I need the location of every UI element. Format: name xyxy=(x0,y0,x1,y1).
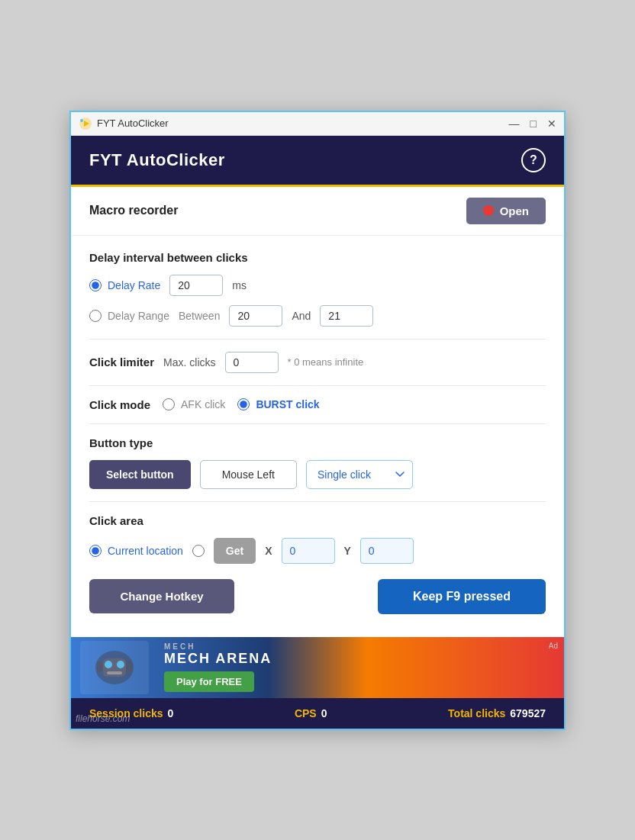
help-button[interactable]: ? xyxy=(521,148,546,172)
mouse-left-button[interactable]: Mouse Left xyxy=(200,460,297,489)
click-area-section: Click area Current location Get X Y xyxy=(89,514,546,564)
y-label: Y xyxy=(344,545,351,557)
action-buttons-row: Change Hotkey Keep F9 pressed xyxy=(89,579,546,614)
svg-point-6 xyxy=(117,661,124,668)
maximize-button[interactable]: □ xyxy=(530,118,537,129)
ad-content: MECH MECH ARENA Play for FREE xyxy=(71,641,564,694)
cps-value: 0 xyxy=(321,707,327,719)
cps-label: CPS xyxy=(295,707,317,719)
app-window: FYT AutoClicker — □ ✕ FYT AutoClicker ? … xyxy=(69,111,566,730)
max-clicks-input[interactable] xyxy=(225,352,279,373)
app-header: FYT AutoClicker ? xyxy=(71,136,564,187)
divider-2 xyxy=(89,385,546,386)
between-label: Between xyxy=(179,310,220,322)
robot-image xyxy=(80,641,149,694)
button-type-row: Select button Mouse Left Single click Do… xyxy=(89,460,546,489)
click-area-title: Click area xyxy=(89,514,546,527)
svg-rect-9 xyxy=(126,661,132,672)
click-mode-title: Click mode xyxy=(89,398,150,411)
total-clicks-value: 679527 xyxy=(510,707,546,719)
delay-interval-section: Delay interval between clicks Delay Rate… xyxy=(89,251,546,327)
delay-range-label: Delay Range xyxy=(108,310,169,322)
delay-and-input[interactable] xyxy=(320,305,373,327)
svg-rect-7 xyxy=(107,671,122,674)
click-limiter-section: Click limiter Max. clicks * 0 means infi… xyxy=(89,352,546,373)
status-bar: Session clicks 0 CPS 0 Total clicks 6795… xyxy=(71,698,564,729)
change-hotkey-button[interactable]: Change Hotkey xyxy=(89,579,234,613)
delay-range-row: Delay Range Between And xyxy=(89,305,546,327)
get-location-radio[interactable] xyxy=(192,545,205,557)
delay-rate-radio-group: Delay Rate xyxy=(89,279,160,291)
app-icon xyxy=(79,117,92,130)
title-bar: FYT AutoClicker — □ ✕ xyxy=(71,112,564,136)
click-area-row: Current location Get X Y xyxy=(89,538,546,564)
total-clicks-label: Total clicks xyxy=(448,707,505,719)
x-coord-input[interactable] xyxy=(282,538,335,564)
delay-rate-label: Delay Rate xyxy=(108,279,160,291)
ad-label: Ad xyxy=(549,642,558,650)
macro-open-button[interactable]: Open xyxy=(466,198,546,224)
mech-title: MECH ARENA xyxy=(164,651,272,667)
delay-between-input[interactable] xyxy=(229,305,282,327)
and-label: And xyxy=(292,310,311,322)
current-location-radio[interactable] xyxy=(89,545,102,557)
session-clicks-value: 0 xyxy=(168,707,174,719)
total-clicks-item: Total clicks 679527 xyxy=(448,707,546,719)
macro-recorder-bar: Macro recorder Open xyxy=(71,187,564,236)
delay-range-radio[interactable] xyxy=(89,310,102,322)
divider-1 xyxy=(89,339,546,340)
mech-subtitle: MECH xyxy=(164,642,195,651)
cps-item: CPS 0 xyxy=(295,707,327,719)
divider-3 xyxy=(89,423,546,424)
open-button-label: Open xyxy=(500,204,529,217)
current-location-label: Current location xyxy=(108,545,183,557)
title-bar-controls: — □ ✕ xyxy=(509,118,556,129)
svg-rect-8 xyxy=(97,661,103,672)
main-content: Delay interval between clicks Delay Rate… xyxy=(71,236,564,637)
delay-interval-title: Delay interval between clicks xyxy=(89,251,546,264)
title-bar-text: FYT AutoClicker xyxy=(97,117,509,129)
current-location-radio-group: Current location xyxy=(89,545,183,557)
app-title: FYT AutoClicker xyxy=(89,150,225,170)
y-coord-input[interactable] xyxy=(360,538,414,564)
click-type-select[interactable]: Single click Double click Triple click xyxy=(306,460,413,489)
keep-f9-button[interactable]: Keep F9 pressed xyxy=(378,579,546,614)
burst-click-label: BURST click xyxy=(256,398,319,410)
max-clicks-label: Max. clicks xyxy=(163,356,215,369)
afk-click-label: AFK click xyxy=(181,398,225,410)
afk-click-group: AFK click xyxy=(163,398,225,410)
delay-rate-unit: ms xyxy=(232,279,247,291)
minimize-button[interactable]: — xyxy=(509,118,520,129)
filehorse-watermark: filehorse.com xyxy=(76,713,130,724)
mech-arena-area: MECH MECH ARENA Play for FREE xyxy=(164,642,555,692)
get-button[interactable]: Get xyxy=(214,538,256,564)
delay-rate-row: Delay Rate ms xyxy=(89,275,546,296)
svg-point-2 xyxy=(80,119,83,122)
infinite-note: * 0 means infinite xyxy=(288,356,364,368)
svg-point-5 xyxy=(105,661,112,668)
afk-click-radio[interactable] xyxy=(163,398,175,410)
macro-recorder-label: Macro recorder xyxy=(89,204,179,217)
burst-click-radio[interactable] xyxy=(237,398,250,410)
play-free-button[interactable]: Play for FREE xyxy=(164,671,254,692)
ad-banner: Ad MECH M xyxy=(71,637,564,698)
divider-4 xyxy=(89,501,546,502)
button-type-section: Button type Select button Mouse Left Sin… xyxy=(89,436,546,489)
burst-click-group: BURST click xyxy=(237,398,319,410)
delay-rate-input[interactable] xyxy=(169,275,223,296)
x-label: X xyxy=(265,545,272,557)
record-indicator xyxy=(483,205,494,216)
click-mode-section: Click mode AFK click BURST click xyxy=(89,398,546,411)
select-button[interactable]: Select button xyxy=(89,460,191,489)
delay-range-radio-group: Delay Range xyxy=(89,310,169,322)
close-button[interactable]: ✕ xyxy=(547,118,556,129)
delay-rate-radio[interactable] xyxy=(89,279,102,291)
button-type-title: Button type xyxy=(89,436,546,449)
click-limiter-label: Click limiter xyxy=(89,356,154,369)
